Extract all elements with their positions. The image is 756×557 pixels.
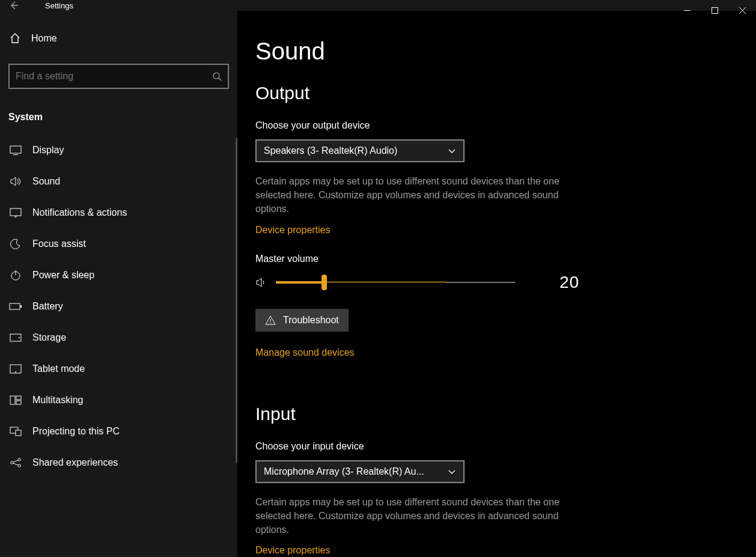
- main-content: Sound Output Choose your output device S…: [237, 11, 756, 557]
- minimize-icon: [684, 7, 690, 14]
- home-label: Home: [31, 33, 57, 44]
- volume-label: Master volume: [255, 254, 756, 264]
- output-choose-label: Choose your output device: [255, 120, 756, 131]
- sidebar-item-label: Projecting to this PC: [32, 426, 120, 437]
- back-arrow-icon: [8, 0, 19, 11]
- maximize-icon: [712, 7, 718, 14]
- battery-icon: [9, 303, 22, 310]
- svg-rect-8: [10, 208, 21, 216]
- svg-rect-12: [20, 305, 22, 308]
- shared-icon: [9, 457, 22, 468]
- svg-rect-11: [10, 303, 20, 309]
- page-title: Sound: [255, 38, 756, 65]
- sidebar-item-label: Multitasking: [32, 395, 83, 406]
- sidebar-scrollbar[interactable]: [236, 138, 237, 463]
- sound-icon: [9, 176, 22, 187]
- input-heading: Input: [255, 404, 756, 424]
- svg-line-26: [13, 463, 18, 465]
- sidebar-item-multitasking[interactable]: Multitasking: [0, 385, 237, 416]
- sidebar: Home System Display Sound Notifications …: [0, 11, 237, 557]
- svg-point-28: [270, 322, 271, 323]
- sidebar-item-projecting[interactable]: Projecting to this PC: [0, 416, 237, 447]
- search-box[interactable]: [8, 64, 229, 89]
- chevron-down-icon: [448, 467, 456, 476]
- svg-rect-6: [10, 146, 21, 153]
- close-icon: [739, 7, 746, 14]
- input-device-value: Microphone Array (3- Realtek(R) Au...: [264, 466, 424, 477]
- project-icon: [9, 427, 22, 436]
- sidebar-item-label: Battery: [32, 301, 63, 312]
- power-icon: [9, 270, 22, 281]
- sidebar-item-sound[interactable]: Sound: [0, 166, 237, 197]
- sidebar-item-notifications[interactable]: Notifications & actions: [0, 197, 237, 228]
- sidebar-item-tablet[interactable]: Tablet mode: [0, 353, 237, 385]
- sidebar-item-battery[interactable]: Battery: [0, 291, 237, 322]
- sidebar-item-label: Notifications & actions: [32, 207, 127, 218]
- svg-point-22: [11, 461, 13, 464]
- window-title: Settings: [45, 1, 73, 10]
- output-device-value: Speakers (3- Realtek(R) Audio): [264, 145, 397, 156]
- svg-point-14: [19, 337, 20, 338]
- minimize-button[interactable]: [673, 0, 701, 20]
- volume-slider[interactable]: [276, 276, 515, 288]
- svg-point-4: [213, 73, 219, 79]
- svg-rect-17: [10, 396, 15, 404]
- sidebar-item-label: Focus assist: [32, 239, 86, 249]
- svg-rect-19: [16, 401, 21, 404]
- sidebar-item-power[interactable]: Power & sleep: [0, 260, 237, 291]
- output-device-properties-link[interactable]: Device properties: [255, 225, 331, 236]
- manage-sound-devices-link[interactable]: Manage sound devices: [255, 347, 355, 358]
- svg-rect-1: [712, 7, 718, 13]
- input-device-dropdown[interactable]: Microphone Array (3- Realtek(R) Au...: [255, 460, 465, 483]
- sidebar-item-label: Display: [32, 145, 64, 156]
- display-icon: [9, 145, 22, 155]
- input-device-properties-link[interactable]: Device properties: [255, 545, 331, 556]
- svg-rect-18: [16, 396, 21, 400]
- sidebar-item-storage[interactable]: Storage: [0, 322, 237, 353]
- storage-icon: [9, 333, 22, 342]
- svg-point-24: [18, 464, 20, 467]
- sidebar-item-label: Sound: [32, 176, 60, 187]
- svg-rect-21: [16, 430, 21, 436]
- output-heading: Output: [255, 83, 756, 103]
- multitask-icon: [9, 395, 22, 405]
- troubleshoot-label: Troubleshoot: [283, 315, 339, 326]
- sidebar-item-label: Power & sleep: [32, 270, 94, 281]
- search-icon: [212, 72, 222, 81]
- back-button[interactable]: [0, 0, 27, 11]
- sidebar-item-shared[interactable]: Shared experiences: [0, 447, 237, 478]
- svg-point-16: [15, 371, 16, 373]
- title-bar: Settings: [0, 0, 756, 11]
- nav-list: Display Sound Notifications & actions Fo…: [0, 135, 237, 478]
- svg-point-23: [18, 458, 20, 461]
- home-button[interactable]: Home: [0, 25, 237, 52]
- maximize-button[interactable]: [701, 0, 728, 20]
- sidebar-item-focus-assist[interactable]: Focus assist: [0, 228, 237, 260]
- volume-thumb[interactable]: [322, 275, 327, 290]
- search-input[interactable]: [16, 71, 212, 82]
- moon-icon: [9, 239, 22, 249]
- home-icon: [9, 32, 21, 44]
- warning-icon: [265, 315, 276, 326]
- volume-value: 20: [559, 273, 579, 292]
- sidebar-item-label: Tablet mode: [32, 364, 85, 374]
- svg-line-25: [13, 460, 18, 462]
- output-device-dropdown[interactable]: Speakers (3- Realtek(R) Audio): [255, 139, 465, 162]
- input-choose-label: Choose your input device: [255, 441, 756, 452]
- output-note: Certain apps may be set up to use differ…: [255, 174, 592, 216]
- speaker-icon[interactable]: [255, 277, 267, 288]
- sidebar-item-display[interactable]: Display: [0, 135, 237, 166]
- input-note: Certain apps may be set up to use differ…: [255, 495, 592, 537]
- close-button[interactable]: [728, 0, 756, 20]
- sidebar-item-label: Shared experiences: [32, 457, 118, 468]
- troubleshoot-button[interactable]: Troubleshoot: [255, 309, 349, 332]
- category-heading: System: [0, 95, 237, 135]
- sidebar-item-label: Storage: [32, 332, 66, 343]
- tablet-icon: [9, 364, 22, 374]
- chevron-down-icon: [448, 147, 456, 155]
- notifications-icon: [9, 208, 22, 218]
- svg-line-5: [219, 78, 221, 81]
